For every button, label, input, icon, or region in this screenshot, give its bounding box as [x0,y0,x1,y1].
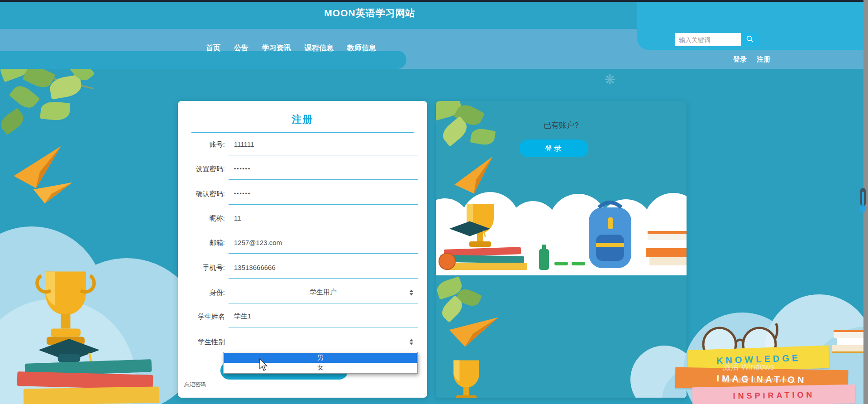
snowflake-decoration: ❋ [604,72,615,87]
have-account-prompt: 已有账户? [436,120,687,130]
search-button[interactable] [741,33,758,46]
nav-link-learning-news[interactable]: 学习资讯 [262,43,291,53]
auth-links: 登录 注册 [733,55,770,64]
gender-dropdown: 男 女 [223,352,418,374]
password-input[interactable]: •••••• [229,158,418,180]
gender-option-male[interactable]: 男 [224,353,417,363]
paper-plane-left-2 [29,173,73,212]
email-label: 邮箱: [178,232,225,254]
student-name-label: 学生姓名 [178,306,225,327]
form-row-account: 账号: 111111 [178,134,418,155]
student-gender-label: 学生性别 [178,331,225,353]
windows-activation-watermark-line2: 转到"设置"以激活 Windows。 [723,376,800,385]
trophy-card-bottom [445,357,488,398]
scroll-indicator-widget[interactable] [859,188,867,215]
main-nav: 首页 公告 学习资讯 课程信息 教师信息 [206,43,376,53]
password-label: 设置密码: [178,158,225,180]
nickname-input[interactable]: 11 [229,207,418,229]
phone-label: 手机号: [178,257,225,279]
form-row-confirm-password: 确认密码: •••••• [178,183,418,205]
window-top-edge [0,0,868,2]
mouse-cursor [259,358,269,374]
nav-link-teacher-info[interactable]: 教师信息 [347,43,376,53]
nickname-label: 昵称: [178,207,225,229]
form-row-password: 设置密码: •••••• [178,158,418,180]
confirm-password-label: 确认密码: [178,183,225,205]
confirm-password-input[interactable]: •••••• [229,183,418,205]
form-row-email: 邮箱: 1257@123.com [178,232,418,254]
nav-left-tab-decoration [0,51,406,69]
identity-select[interactable]: 学生用户 [229,282,418,303]
graduation-cap-cloud-scene [449,221,490,242]
nav-link-announcements[interactable]: 公告 [234,43,248,53]
student-name-input[interactable]: 学生1 [229,306,418,327]
form-row-identity: 身份: 学生用户 [178,282,418,303]
register-link[interactable]: 注册 [757,55,770,64]
login-link[interactable]: 登录 [733,55,747,64]
title-underline [191,132,414,133]
paper-plane-card-2 [445,309,499,356]
site-title: MOON英语学习网站 [324,7,415,19]
nav-link-home[interactable]: 首页 [206,43,220,53]
register-title: 注册 [178,113,427,126]
select-stepper-icon [410,289,413,295]
email-input[interactable]: 1257@123.com [229,232,418,254]
windows-activation-watermark-line1: 激活 Windows [723,361,774,372]
phone-input[interactable]: 13513666666 [229,257,418,279]
login-panel-card: 已有账户? 登录 [436,101,687,398]
account-label: 账号: [178,134,225,155]
basketball-icon [439,253,456,270]
magnifier-icon [746,35,754,44]
search-input[interactable] [675,33,741,46]
backpack-icon [585,199,635,273]
forgot-password-link[interactable]: 忘记密码 [184,381,206,389]
gender-option-female[interactable]: 女 [224,363,417,373]
identity-label: 身份: [178,282,225,303]
cloud-scene [436,186,687,275]
select-stepper-icon [410,339,413,345]
page: { "header": { "title": "MOON英语学习网站" }, "… [0,0,868,404]
form-row-student-name: 学生姓名 学生1 [178,306,418,327]
bottle-icon [539,249,549,270]
form-row-phone: 手机号: 13513666666 [178,257,418,279]
form-row-nickname: 昵称: 11 [178,207,418,229]
student-gender-select[interactable] [229,331,418,353]
go-login-button[interactable]: 登录 [519,139,588,157]
book-inspiration: INSPIRATION [692,385,856,404]
nav-link-course-info[interactable]: 课程信息 [305,43,334,53]
account-input[interactable]: 111111 [229,134,418,155]
form-row-student-gender: 学生性别 [178,331,418,353]
